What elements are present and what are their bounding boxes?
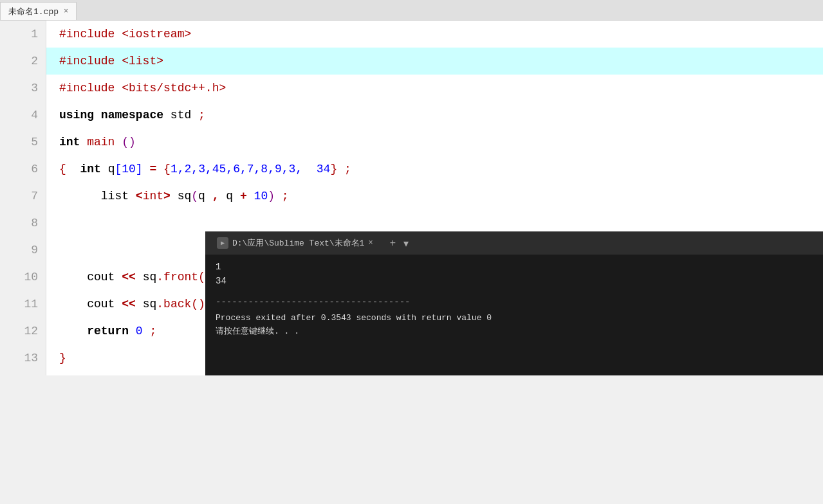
line-number: 8 [8,210,38,237]
terminal-panel: ▶ D:\应用\Sublime Text\未命名1 × + ▾ 1 34 ---… [205,231,823,375]
code-line: list <int> sq(q , q + 10) ; [46,183,823,210]
line-number: 12 [8,318,38,345]
line-number: 9 [8,237,38,264]
line-number: 1 [8,21,38,48]
terminal-tab-label: D:\应用\Sublime Text\未命名1 [232,237,364,249]
line-number: 10 [8,264,38,291]
line-number: 7 [8,183,38,210]
editor-area: 12345678910111213 #include <iostream>#in… [0,21,823,375]
code-line: #include <list> [46,48,823,75]
line-number: 2 [8,48,38,75]
file-tab[interactable]: 未命名1.cpp × [0,2,77,20]
tab-close-icon[interactable]: × [64,7,68,16]
terminal-dropdown-button[interactable]: ▾ [401,237,411,249]
line-numbers: 12345678910111213 [0,21,46,375]
terminal-close-icon[interactable]: × [368,239,373,248]
line-number: 4 [8,102,38,129]
terminal-content: 1 34 -----------------------------------… [205,255,823,344]
terminal-add-button[interactable]: + [387,237,398,249]
terminal-prompt-line: 请按任意键继续. . . [216,325,813,339]
terminal-tab-actions: + ▾ [387,237,411,249]
terminal-process-line: Process exited after 0.3543 seconds with… [216,312,813,325]
line-number: 13 [8,345,38,372]
terminal-icon: ▶ [217,237,228,249]
tab-bar: 未命名1.cpp × [0,0,823,21]
terminal-output-1: 1 [216,260,813,274]
tab-filename: 未命名1.cpp [8,6,59,17]
code-line: using namespace std ; [46,102,823,129]
line-number: 5 [8,129,38,156]
code-line: #include <bits/stdc++.h> [46,75,823,102]
terminal-output-2: 34 [216,274,813,288]
line-number: 6 [8,156,38,183]
terminal-tab[interactable]: ▶ D:\应用\Sublime Text\未命名1 × [210,235,380,251]
code-line: int main () [46,129,823,156]
code-line: #include <iostream> [46,21,823,48]
line-number: 3 [8,75,38,102]
terminal-separator: ------------------------------------ [216,295,813,309]
line-number: 11 [8,291,38,318]
code-line: { int q[10] = {1,2,3,45,6,7,8,9,3, 34} ; [46,156,823,183]
terminal-tab-bar: ▶ D:\应用\Sublime Text\未命名1 × + ▾ [205,231,823,255]
